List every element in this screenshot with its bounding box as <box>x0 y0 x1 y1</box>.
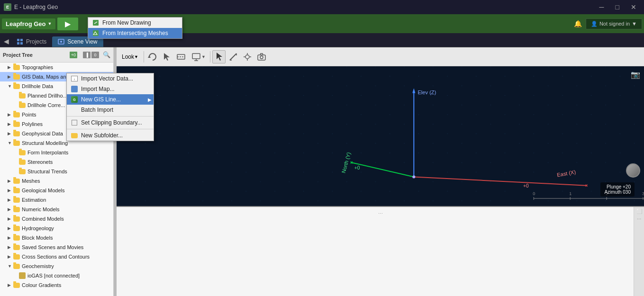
tree-item-estimation[interactable]: ▶ Estimation <box>0 195 113 205</box>
tree-item-hydrogeology[interactable]: ▶ Hydrogeology <box>0 224 113 233</box>
tree-item-combined-models[interactable]: ▶ Combined Models <box>0 214 113 224</box>
close-button[interactable]: ✕ <box>627 2 640 12</box>
scene-2d-icon1: ⬜ <box>636 209 642 214</box>
tree-item-cross-sections[interactable]: ▶ Cross Sections and Contours <box>0 252 113 261</box>
remove-icons: ▐ 0 <box>83 52 99 58</box>
scene-2d-view[interactable]: ⋯ ⬜ … <box>117 206 644 296</box>
notification-bell-icon[interactable]: 🔔 <box>574 20 582 27</box>
folder-icon <box>13 207 20 212</box>
folder-icon <box>13 197 20 203</box>
remove-item-button[interactable]: ▐ 0 <box>81 51 101 59</box>
svg-text:1: 1 <box>569 191 571 196</box>
tree-item-topographies[interactable]: ▶ Topographies <box>0 63 113 72</box>
project-tree-title: Project Tree <box>3 52 66 58</box>
search-button[interactable]: 🔍 <box>103 51 110 58</box>
scene-3d-view[interactable]: Elev (Z) North (Y) East (X) +0 +0 0 1 2 … <box>117 66 644 206</box>
split-handle-indicator[interactable]: ⋯ <box>378 211 383 216</box>
svg-point-5 <box>60 41 62 43</box>
submenu-item-label: From New Drawing <box>102 19 151 26</box>
import-map-icon <box>71 86 78 92</box>
tree-item-label: Estimation <box>22 197 46 203</box>
tree-item-label: Topographies <box>22 64 53 70</box>
tree-item-label: Numeric Models <box>22 206 59 212</box>
camera-tool-button[interactable] <box>255 50 268 63</box>
plunge-label: Plunge +20 <box>604 184 631 189</box>
user-button[interactable]: 👤 Not signed in ▼ <box>586 18 642 29</box>
tree-item-numeric-models[interactable]: ▶ Numeric Models <box>0 205 113 214</box>
tree-item-block-models[interactable]: ▶ Block Models <box>0 233 113 242</box>
display-tool-button[interactable]: ▼ <box>189 50 208 63</box>
menu-item-batch-import[interactable]: Batch Import <box>67 105 154 115</box>
tree-item-label: Block Models <box>22 235 53 241</box>
tab-projects[interactable]: Projects <box>11 36 52 47</box>
select-tool-button[interactable] <box>160 50 173 63</box>
submenu-item-from-intersecting[interactable]: From Intersecting Meshes <box>88 28 182 38</box>
title-bar: E E - Leapfrog Geo ─ □ ✕ <box>0 0 644 14</box>
compass-indicator: Plunge +20 Azimuth 030 <box>600 182 635 197</box>
folder-icon <box>13 65 20 70</box>
tree-item-form-interpolants[interactable]: Form Interpolants <box>0 148 113 157</box>
batch-import-icon <box>71 107 78 113</box>
add-item-button[interactable]: +0 <box>68 51 79 59</box>
tree-item-label: Stereonets <box>27 159 53 165</box>
run-button[interactable]: ▶ <box>57 18 78 30</box>
tree-item-meshes[interactable]: ▶ Meshes <box>0 176 113 186</box>
svg-line-35 <box>586 185 588 187</box>
app-logo-button[interactable]: Leapfrog Geo ▼ <box>2 18 55 29</box>
tree-item-geochemistry[interactable]: ▼ Geochemistry <box>0 261 113 271</box>
clip-tool-button[interactable] <box>174 50 188 63</box>
tree-item-colour-gradients[interactable]: ▶ Colour Gradients <box>0 280 113 290</box>
cursor-tool-button[interactable] <box>212 50 226 63</box>
toolbar-separator <box>210 51 210 63</box>
rotate-icon <box>147 52 158 62</box>
svg-line-33 <box>351 161 353 163</box>
tree-item-label: Planned Drillho... <box>27 93 67 99</box>
minimize-button[interactable]: ─ <box>596 2 608 12</box>
folder-icon <box>19 169 26 174</box>
maximize-button[interactable]: □ <box>612 2 623 12</box>
menu-item-new-gis-line[interactable]: G New GIS Line... ▶ <box>67 94 154 105</box>
tree-item-label: Points <box>22 112 36 117</box>
cursor-icon <box>214 52 224 62</box>
menu-item-import-map[interactable]: Import Map... <box>67 84 154 94</box>
tree-item-iogas[interactable]: ioGAS [not connected] <box>0 271 113 280</box>
folder-icon <box>13 84 20 89</box>
menu-item-set-clipping[interactable]: Set Clipping Boundary... <box>67 117 154 128</box>
svg-text:+0: +0 <box>354 165 360 170</box>
tab-dropdown-icon[interactable]: ◀ <box>2 36 11 47</box>
camera-icon <box>256 52 267 62</box>
menu-item-import-vector[interactable]: ↓ Import Vector Data... <box>67 73 154 84</box>
display-icon <box>191 52 201 62</box>
clip-icon <box>176 52 186 62</box>
toolbar-separator <box>144 51 144 63</box>
user-dropdown-arrow: ▼ <box>632 21 637 27</box>
tree-item-structural-trends[interactable]: Structural Trends <box>0 167 113 176</box>
context-menu: ↓ Import Vector Data... Import Map... G … <box>66 73 154 141</box>
look-arrow: ▼ <box>134 54 138 59</box>
menu-item-new-subfolder[interactable]: New Subfolder... <box>67 130 154 141</box>
tree-item-geological-models[interactable]: ▶ Geological Models <box>0 186 113 195</box>
menu-item-label: Batch Import <box>81 107 113 113</box>
svg-text:0: 0 <box>533 191 535 196</box>
from-intersecting-icon <box>92 30 100 36</box>
svg-line-36 <box>586 185 588 187</box>
look-button[interactable]: Look ▼ <box>118 52 142 62</box>
header-right: 🔔 👤 Not signed in ▼ <box>574 18 642 29</box>
light-tool-button[interactable] <box>241 50 254 63</box>
svg-marker-31 <box>412 88 415 93</box>
tree-item-label: Hydrogeology <box>22 225 54 231</box>
tree-item-saved-scenes[interactable]: ▶ Saved Scenes and Movies <box>0 242 113 252</box>
window-controls[interactable]: ─ □ ✕ <box>596 2 640 12</box>
folder-icon <box>13 245 20 250</box>
scene-2d-icon2: … <box>637 215 642 220</box>
svg-text:+0: +0 <box>523 183 529 188</box>
measure-tool-button[interactable] <box>227 50 240 63</box>
rotate-tool-button[interactable] <box>146 50 159 63</box>
tree-item-label: ioGAS [not connected] <box>27 273 80 278</box>
svg-text:3: 3 <box>642 191 644 196</box>
from-new-drawing-icon <box>92 19 100 26</box>
screenshot-button[interactable]: 📷 <box>631 70 640 79</box>
submenu-item-from-new-drawing[interactable]: From New Drawing <box>88 18 182 28</box>
svg-text:Elev (Z): Elev (Z) <box>417 90 436 95</box>
tree-item-stereonets[interactable]: Stereonets <box>0 157 113 167</box>
